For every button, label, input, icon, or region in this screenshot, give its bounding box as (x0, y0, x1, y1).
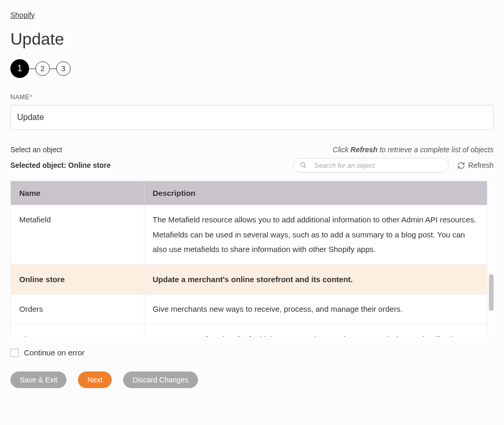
required-mark: * (30, 94, 32, 101)
step-connector (29, 69, 35, 69)
cell-description: Update a merchant's online storefront an… (144, 264, 487, 295)
page-title: Update (10, 30, 494, 49)
stepper: 1 2 3 (10, 59, 494, 78)
table-row[interactable]: Orders Give merchants new ways to receiv… (11, 295, 487, 325)
cell-description: Give merchants new ways to receive, proc… (144, 295, 487, 325)
selected-object-label: Selected object: Online store (10, 161, 111, 169)
search-box[interactable] (293, 158, 449, 172)
object-table: Name Description Metafield The Metafield… (10, 181, 487, 337)
refresh-label: Refresh (468, 161, 494, 169)
name-input[interactable] (10, 105, 494, 130)
step-1[interactable]: 1 (10, 59, 29, 78)
cell-description: Create custom functionality for high GMV… (144, 324, 487, 337)
object-table-container: Name Description Metafield The Metafield… (10, 181, 494, 337)
refresh-icon (457, 162, 465, 169)
step-2[interactable]: 2 (35, 61, 50, 76)
name-field-label: NAME* (10, 94, 494, 101)
refresh-hint: Click Refresh to retrieve a complete lis… (333, 145, 494, 154)
cell-description: The Metafield resource allows you to add… (144, 205, 487, 265)
table-row[interactable]: Plus Create custom functionality for hig… (11, 324, 487, 337)
step-3[interactable]: 3 (56, 61, 71, 76)
col-header-name: Name (11, 181, 144, 205)
next-button[interactable]: Next (78, 371, 112, 388)
select-object-label: Select an object (10, 145, 62, 154)
svg-point-0 (301, 163, 305, 167)
search-input[interactable] (314, 162, 442, 169)
table-row[interactable]: Metafield The Metafield resource allows … (11, 205, 487, 265)
breadcrumb-shopify[interactable]: Shopify (10, 11, 35, 19)
cell-name: Metafield (11, 205, 144, 265)
cell-name: Orders (11, 295, 144, 325)
discard-button[interactable]: Discard Changes (123, 371, 197, 388)
scrollbar[interactable] (488, 207, 494, 337)
step-connector (50, 69, 56, 69)
col-header-description: Description (144, 181, 487, 205)
cell-name: Plus (11, 324, 144, 337)
svg-line-1 (304, 166, 306, 168)
continue-on-error-label: Continue on error (24, 348, 85, 357)
refresh-button[interactable]: Refresh (457, 161, 494, 169)
search-icon (300, 162, 307, 169)
scrollbar-thumb[interactable] (489, 274, 494, 311)
cell-name: Online store (11, 264, 144, 295)
save-exit-button[interactable]: Save & Exit (10, 371, 67, 388)
table-row[interactable]: Online store Update a merchant's online … (11, 264, 487, 295)
continue-on-error-checkbox[interactable] (10, 349, 19, 357)
